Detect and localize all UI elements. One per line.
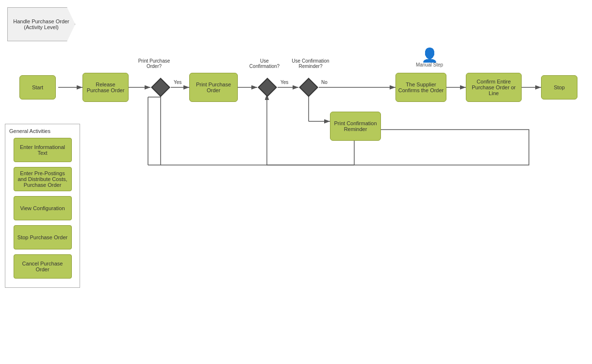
svg-text:Yes: Yes <box>174 80 181 85</box>
use-confirmation-label: Use Confirmation? <box>247 58 281 69</box>
use-conf-reminder-label: Use Confirmation Reminder? <box>291 58 330 69</box>
release-po-node[interactable]: Release Purchase Order <box>82 73 129 102</box>
person-icon: 👤 <box>410 49 449 62</box>
header-title: Handle Purchase Order (Activity Level) <box>8 18 75 30</box>
header-shape: Handle Purchase Order (Activity Level) <box>7 7 75 41</box>
stop-node[interactable]: Stop <box>541 75 577 99</box>
svg-text:No: No <box>321 80 328 85</box>
confirm-entire-node[interactable]: Confirm Entire Purchase Order or Line <box>466 73 522 102</box>
manual-step-area: 👤 Manual Step <box>410 49 449 67</box>
print-decision-diamond <box>151 78 170 97</box>
flow-diagram: Yes Yes No Start Release Purchase Order … <box>0 49 592 364</box>
manual-step-label: Manual Step <box>410 62 449 67</box>
print-decision-label: Print Purchase Order? <box>136 58 172 69</box>
use-confirmation-diamond <box>258 78 277 97</box>
svg-text:Yes: Yes <box>280 80 288 85</box>
print-reminder-node[interactable]: Print Confirmation Reminder <box>330 112 381 141</box>
start-node[interactable]: Start <box>19 75 56 99</box>
print-po-node[interactable]: Print Purchase Order <box>189 73 238 102</box>
supplier-confirms-node[interactable]: The Supplier Confirms the Order <box>395 73 446 102</box>
use-conf-reminder-diamond <box>299 78 318 97</box>
